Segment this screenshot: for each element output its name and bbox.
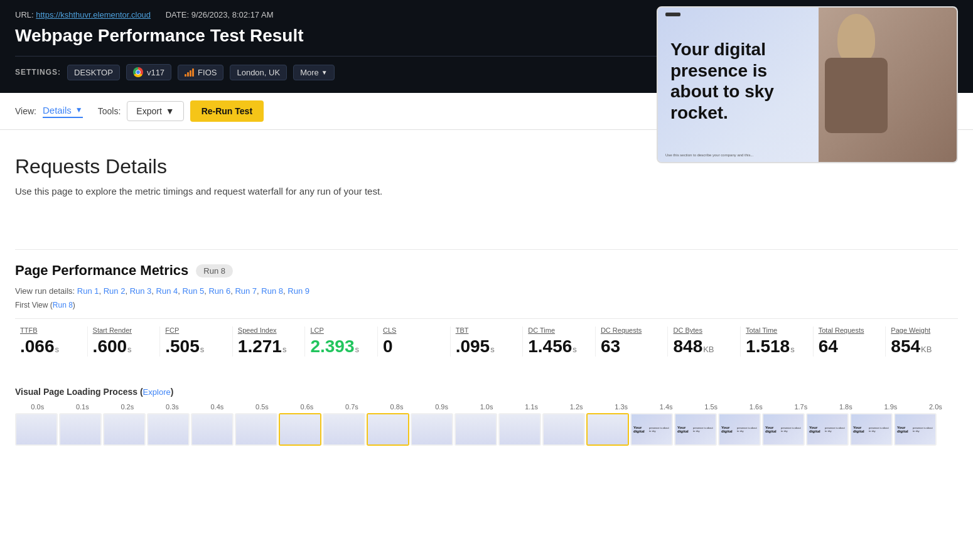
view-dropdown[interactable]: Details ▼ — [43, 105, 83, 118]
filmstrip-frame-17[interactable]: Your digitalpresence is about to sky — [762, 413, 805, 446]
frame-inner: Your digitalpresence is about to sky — [763, 414, 804, 444]
frame-inner — [280, 414, 320, 444]
filmstrip-frame-6[interactable] — [279, 413, 321, 446]
timeline-marker: 0.9s — [419, 403, 465, 411]
run-link-4[interactable]: Run 4 — [156, 286, 178, 296]
frame-inner: Your digitalpresence is about to sky — [895, 414, 935, 444]
filmstrip-frame-19[interactable]: Your digitalpresence is about to sky — [850, 413, 893, 446]
preview-logo — [665, 13, 680, 16]
visual-section: Visual Page Loading Process (Explore) 0.… — [0, 387, 973, 446]
explore-link[interactable]: Explore — [143, 387, 171, 397]
metric-value: .066s — [20, 337, 82, 357]
filmstrip-frame-8[interactable] — [367, 413, 409, 446]
timeline-marker: 1.4s — [643, 403, 689, 411]
export-chevron-icon: ▼ — [166, 106, 175, 116]
run-link-6[interactable]: Run 6 — [208, 286, 230, 296]
metric-label[interactable]: DC Bytes — [673, 326, 735, 334]
metric-value: 2.393s — [310, 337, 372, 357]
filmstrip-frame-7[interactable] — [323, 413, 365, 446]
run-link-1[interactable]: Run 1 — [77, 286, 99, 296]
website-preview: HOMEABOUTSERVICES ▾NEWS/FLASHCONTACT You… — [657, 6, 958, 163]
timeline-marker: 0.1s — [60, 403, 105, 411]
metric-label[interactable]: CLS — [383, 326, 445, 334]
url-label: URL: — [15, 10, 34, 19]
metric-label[interactable]: DC Time — [528, 326, 590, 334]
metric-start-render: Start Render.600s — [88, 326, 161, 357]
url-link[interactable]: https://kshthuvr.elementor.cloud — [36, 10, 151, 19]
timeline-marker: 2.0s — [913, 403, 959, 411]
filmstrip-frame-9[interactable] — [411, 413, 453, 446]
filmstrip-frame-11[interactable] — [498, 413, 541, 446]
metric-page-weight: Page Weight854KB — [886, 326, 958, 357]
metric-label[interactable]: Start Render — [93, 326, 155, 334]
metric-label[interactable]: LCP — [310, 326, 372, 334]
first-view-run[interactable]: Run 8 — [53, 301, 73, 310]
export-button[interactable]: Export ▼ — [127, 101, 183, 121]
rerun-label: Re-Run Test — [202, 106, 252, 116]
frame-inner — [368, 414, 408, 444]
preview-caption: Use this section to describe your compan… — [665, 153, 753, 157]
metric-value: 1.456s — [528, 337, 590, 357]
filmstrip-frame-13[interactable] — [586, 413, 629, 446]
filmstrip-frame-15[interactable]: Your digitalpresence is about to sky — [674, 413, 717, 446]
filmstrip-frame-2[interactable] — [103, 413, 146, 446]
filmstrip-frame-12[interactable] — [542, 413, 585, 446]
run-link-2[interactable]: Run 2 — [104, 286, 126, 296]
metric-cls: CLS0 — [378, 326, 451, 357]
filmstrip-frame-4[interactable] — [191, 413, 234, 446]
metric-label[interactable]: Speed Index — [238, 326, 300, 334]
frame-inner: Your digitalpresence is about to sky — [807, 414, 847, 444]
frame-inner — [456, 414, 496, 444]
filmstrip[interactable]: Your digitalpresence is about to skyYour… — [15, 413, 958, 446]
filmstrip-frame-18[interactable]: Your digitalpresence is about to sky — [806, 413, 849, 446]
timeline-marker: 1.0s — [464, 403, 509, 411]
timeline-marker: 0.6s — [284, 403, 330, 411]
desktop-label: DESKTOP — [74, 68, 113, 77]
metric-value: 0 — [383, 337, 445, 357]
metric-value: 1.518s — [746, 337, 808, 357]
run-links: View run details: Run 1, Run 2, Run 3, R… — [15, 286, 958, 296]
metric-label[interactable]: Page Weight — [891, 326, 953, 334]
frame-inner — [324, 414, 364, 444]
timeline-marker: 1.5s — [689, 403, 734, 411]
metric-label[interactable]: TBT — [456, 326, 518, 334]
metric-dc-time: DC Time1.456s — [523, 326, 596, 357]
run-link-5[interactable]: Run 5 — [183, 286, 205, 296]
metric-label[interactable]: Total Time — [746, 326, 808, 334]
metric-total-requests: Total Requests64 — [814, 326, 886, 357]
view-chevron-icon: ▼ — [75, 105, 83, 114]
metrics-grid: TTFB.066sStart Render.600sFCP.505sSpeed … — [15, 318, 958, 357]
run-link-9[interactable]: Run 9 — [288, 286, 309, 296]
chrome-icon — [133, 67, 143, 77]
run-links-prefix: View run details: — [15, 286, 75, 296]
timeline-marker: 0.5s — [240, 403, 285, 411]
filmstrip-frame-3[interactable] — [147, 413, 190, 446]
first-view-label: First View (Run 8) — [15, 301, 958, 310]
timeline-marker: 1.2s — [554, 403, 599, 411]
metric-label[interactable]: TTFB — [20, 326, 82, 334]
run-link-7[interactable]: Run 7 — [235, 286, 257, 296]
filmstrip-frame-0[interactable] — [15, 413, 58, 446]
timeline-marker: 1.1s — [509, 403, 554, 411]
rerun-button[interactable]: Re-Run Test — [190, 100, 264, 122]
metric-label[interactable]: FCP — [165, 326, 227, 334]
frame-inner: Your digitalpresence is about to sky — [675, 414, 716, 444]
run-link-3[interactable]: Run 3 — [130, 286, 152, 296]
timeline-ruler: 0.0s0.1s0.2s0.3s0.4s0.5s0.6s0.7s0.8s0.9s… — [15, 403, 958, 411]
frame-inner — [544, 414, 584, 444]
filmstrip-frame-5[interactable] — [235, 413, 277, 446]
filmstrip-frame-14[interactable]: Your digitalpresence is about to sky — [630, 413, 673, 446]
run-link-8[interactable]: Run 8 — [261, 286, 283, 296]
filmstrip-frame-16[interactable]: Your digitalpresence is about to sky — [718, 413, 761, 446]
metric-value: 854KB — [891, 337, 953, 357]
frame-inner: Your digitalpresence is about to sky — [719, 414, 760, 444]
filmstrip-frame-1[interactable] — [59, 413, 102, 446]
more-button[interactable]: More ▼ — [293, 65, 335, 80]
timeline-marker: 0.8s — [374, 403, 419, 411]
metric-label[interactable]: Total Requests — [819, 326, 881, 334]
filmstrip-frame-20[interactable]: Your digitalpresence is about to sky — [894, 413, 937, 446]
metric-label[interactable]: DC Requests — [601, 326, 663, 334]
timeline-marker: 1.9s — [868, 403, 913, 411]
location-label: London, UK — [237, 68, 280, 77]
filmstrip-frame-10[interactable] — [454, 413, 497, 446]
